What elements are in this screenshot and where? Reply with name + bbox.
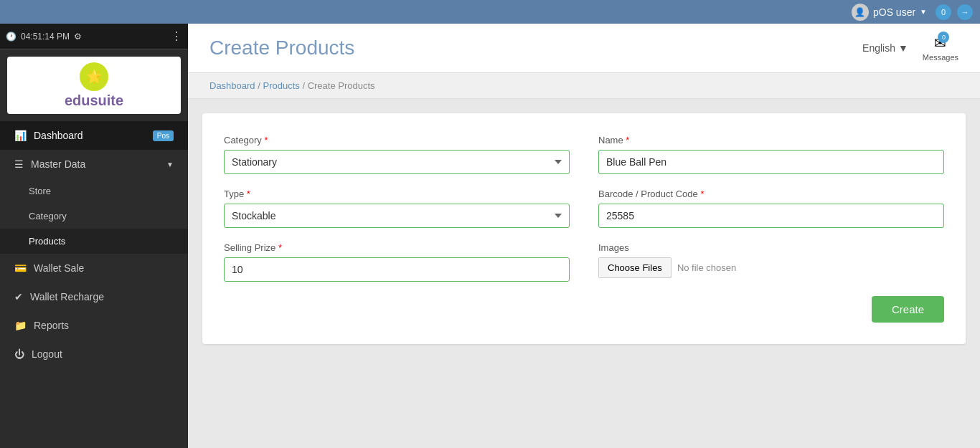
breadcrumb: Dashboard / Products / Create Products [188,73,980,99]
page-title: Create Products [209,37,354,59]
sidebar-header: 🕐 04:51:14 PM ⚙ ⋮ [0,24,188,49]
dashboard-icon: 📊 [14,130,27,141]
logo-area: 🌟 edusuite [7,57,181,114]
type-select[interactable]: Stockable Consumable Service [224,204,570,228]
messages-button[interactable]: ✉ 0 Messages [923,34,958,62]
form-row-2: Type * Stockable Consumable Service Barc… [224,189,944,228]
clock-icon: 🕐 [6,32,17,42]
name-group: Name * [598,135,944,174]
category-label: Category * [224,135,570,146]
name-input[interactable] [598,150,944,174]
notification-icon[interactable]: 0 [936,4,951,20]
wallet-sale-icon: 💳 [14,262,27,274]
name-required: * [626,135,629,146]
top-bar: 👤 pOS user ▼ 0 → [0,0,980,24]
sidebar-item-reports[interactable]: 📁 Reports [0,311,188,340]
language-label: English [862,42,895,54]
create-product-form: Category * Stationary Electronics Books … [202,113,966,344]
content-area: Create Products English ▼ ✉ 0 Messages D… [188,24,980,448]
form-actions: Create [224,296,944,323]
form-row-3: Selling Prize * Images Choose Files No f… [224,242,944,282]
reports-icon: 📁 [14,320,27,331]
sidebar-item-category[interactable]: Category [0,204,188,229]
user-avatar: 👤 [852,4,869,21]
sidebar-more-button[interactable]: ⋮ [171,29,182,43]
name-label: Name * [598,135,944,146]
breadcrumb-dashboard[interactable]: Dashboard [209,80,255,91]
header-right: English ▼ ✉ 0 Messages [862,34,958,62]
breadcrumb-products[interactable]: Products [263,80,299,91]
choose-files-button[interactable]: Choose Files [598,257,672,278]
master-data-arrow: ▼ [166,161,174,168]
sidebar-item-wallet-sale[interactable]: 💳 Wallet Sale [0,254,188,282]
pos-badge: Pos [153,130,174,141]
messages-label: Messages [923,53,958,62]
sidebar-time: 🕐 04:51:14 PM ⚙ [6,32,82,42]
images-label: Images [598,242,944,253]
form-row-1: Category * Stationary Electronics Books … [224,135,944,174]
no-file-text: No file chosen [677,262,736,273]
user-dropdown-arrow[interactable]: ▼ [920,8,927,16]
barcode-required: * [700,189,704,199]
messages-badge: 0 [938,32,949,43]
sidebar-item-dashboard[interactable]: 📊 Dashboard Pos [0,121,188,150]
master-data-icon: ☰ [14,158,24,170]
category-group: Category * Stationary Electronics Books [224,135,570,174]
sidebar-item-wallet-recharge[interactable]: ✔ Wallet Recharge [0,282,188,311]
logo: 🌟 edusuite [65,62,123,109]
sidebar-item-products[interactable]: Products [0,229,188,254]
language-selector[interactable]: English ▼ [862,42,908,54]
wallet-recharge-icon: ✔ [14,291,23,302]
selling-prize-label: Selling Prize * [224,242,570,253]
logout-icon: ⏻ [14,348,24,360]
type-group: Type * Stockable Consumable Service [224,189,570,228]
barcode-input[interactable] [598,204,944,228]
user-name: pOS user [873,6,915,18]
type-label: Type * [224,189,570,199]
user-menu[interactable]: 👤 pOS user ▼ [852,4,927,21]
sidebar-item-logout[interactable]: ⏻ Logout [0,340,188,368]
type-required: * [247,189,250,199]
sidebar: 🕐 04:51:14 PM ⚙ ⋮ 🌟 edusuite 📊 Dashboard… [0,24,188,448]
sidebar-item-store[interactable]: Store [0,178,188,204]
barcode-group: Barcode / Product Code * [598,189,944,228]
selling-prize-required: * [278,242,282,253]
language-dropdown-arrow: ▼ [898,42,908,54]
settings-icon[interactable]: → [957,4,973,20]
logo-icon: 🌟 [80,62,108,91]
settings-icon[interactable]: ⚙ [74,32,82,42]
category-select[interactable]: Stationary Electronics Books [224,150,570,174]
images-group: Images Choose Files No file chosen [598,242,944,282]
breadcrumb-current: Create Products [308,80,375,91]
selling-prize-input[interactable] [224,257,570,282]
sidebar-item-master-data[interactable]: ☰ Master Data ▼ [0,150,188,178]
top-bar-actions: 0 → [936,4,973,20]
content-header: Create Products English ▼ ✉ 0 Messages [188,24,980,73]
barcode-label: Barcode / Product Code * [598,189,944,199]
breadcrumb-sep2: / [302,80,307,91]
category-required: * [264,135,268,146]
create-button[interactable]: Create [872,296,944,323]
images-upload-row: Choose Files No file chosen [598,257,944,278]
selling-prize-group: Selling Prize * [224,242,570,282]
